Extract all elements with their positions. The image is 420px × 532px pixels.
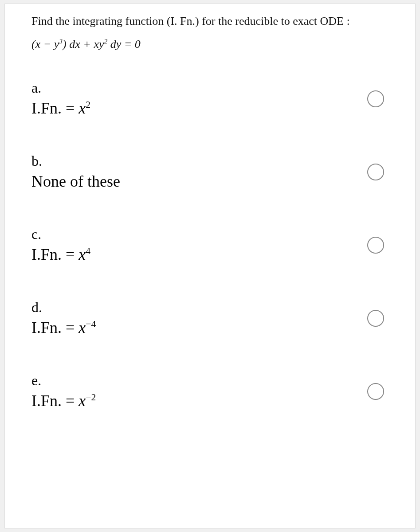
option-a-label: a. bbox=[31, 80, 90, 96]
options-list: a. I.Fn. = x2 b. None of these c. I.Fn. … bbox=[31, 80, 389, 410]
option-e-text: I.Fn. = x−2 bbox=[31, 391, 96, 410]
option-a-text: I.Fn. = x2 bbox=[31, 99, 90, 117]
option-c-text: I.Fn. = x4 bbox=[31, 245, 90, 264]
option-d[interactable]: d. I.Fn. = x−4 bbox=[31, 299, 389, 337]
option-c-radio[interactable] bbox=[367, 237, 384, 254]
question-text: Find the integrating function (I. Fn.) f… bbox=[31, 12, 389, 31]
option-e[interactable]: e. I.Fn. = x−2 bbox=[31, 372, 389, 410]
option-d-radio[interactable] bbox=[367, 310, 384, 327]
option-a[interactable]: a. I.Fn. = x2 bbox=[31, 80, 389, 117]
option-c-label: c. bbox=[31, 226, 90, 243]
option-a-radio[interactable] bbox=[367, 90, 384, 107]
question-equation: (x − y3) dx + xy2 dy = 0 bbox=[31, 35, 389, 54]
option-d-label: d. bbox=[31, 299, 96, 316]
option-e-label: e. bbox=[31, 372, 96, 389]
option-e-radio[interactable] bbox=[367, 383, 384, 400]
option-b-label: b. bbox=[31, 153, 120, 169]
question-card: Find the integrating function (I. Fn.) f… bbox=[4, 4, 416, 528]
option-b[interactable]: b. None of these bbox=[31, 153, 389, 191]
option-b-text: None of these bbox=[31, 172, 120, 191]
question-stem: Find the integrating function (I. Fn.) f… bbox=[31, 12, 389, 53]
option-c[interactable]: c. I.Fn. = x4 bbox=[31, 226, 389, 264]
option-b-radio[interactable] bbox=[367, 164, 384, 180]
option-d-text: I.Fn. = x−4 bbox=[31, 318, 96, 337]
